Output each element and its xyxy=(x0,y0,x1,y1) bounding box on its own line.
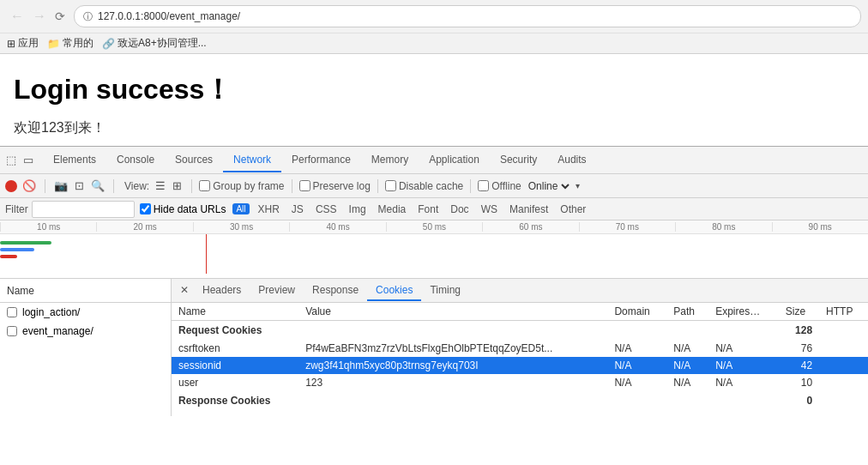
filter-other[interactable]: Other xyxy=(557,202,589,216)
tab-audits[interactable]: Audits xyxy=(547,148,596,172)
request-item-event[interactable]: event_manage/ xyxy=(0,322,171,341)
tick-30ms: 30 ms xyxy=(193,222,289,232)
cookie-size-user: 10 xyxy=(779,374,819,391)
group-by-frame-label[interactable]: Group by frame xyxy=(199,180,284,192)
list-view-button[interactable]: ☰ xyxy=(153,178,168,194)
cookie-path-user: N/A xyxy=(666,374,708,391)
bookmarks-bar: ⊞ 应用 📁 常用的 🔗 致远A8+协同管理... xyxy=(0,33,868,53)
request-cookies-section: Request Cookies 128 xyxy=(172,321,868,341)
timeline-bar-blue xyxy=(0,248,34,251)
bookmark-apps[interactable]: ⊞ 应用 xyxy=(7,36,39,51)
apps-icon: ⊞ xyxy=(7,38,15,50)
back-button[interactable]: ← xyxy=(7,7,27,26)
tab-console[interactable]: Console xyxy=(106,148,165,172)
details-tab-response[interactable]: Response xyxy=(304,281,367,301)
tab-performance[interactable]: Performance xyxy=(281,148,361,172)
page-content: Login success！ 欢迎123到来！ xyxy=(0,54,868,146)
network-toolbar: 🚫 📷 ⊡ 🔍 View: ☰ ⊞ Group by frame Preserv… xyxy=(0,174,868,198)
tick-80ms: 80 ms xyxy=(675,222,771,232)
cookie-path-csrftoken: N/A xyxy=(666,340,708,357)
hide-data-urls-checkbox[interactable] xyxy=(140,203,151,214)
response-cookies-total-size: 0 xyxy=(779,391,819,410)
tick-20ms: 20 ms xyxy=(96,222,192,232)
all-badge[interactable]: All xyxy=(232,203,249,214)
cookie-row-sessionid[interactable]: sessionid zwg3f41qhm5xyc80p3trnsg7eykq70… xyxy=(172,357,868,374)
address-bar[interactable]: ⓘ 127.0.0.1:8000/event_manage/ xyxy=(74,5,861,27)
tab-security[interactable]: Security xyxy=(490,148,547,172)
separator-1 xyxy=(45,179,45,193)
filter-media[interactable]: Media xyxy=(375,202,410,216)
record-button[interactable] xyxy=(5,180,17,192)
disable-cache-label[interactable]: Disable cache xyxy=(385,180,463,192)
cookie-expires-csrftoken: N/A xyxy=(708,340,779,357)
timeline-bar-red xyxy=(0,255,17,258)
section-label-response: Response Cookies xyxy=(172,391,298,410)
cookie-value-user: 123 xyxy=(298,374,607,391)
cookie-row-csrftoken[interactable]: csrftoken Pf4wEaBFN3mz7rzVbLtsFlxgEhOlbP… xyxy=(172,340,868,357)
hide-data-urls-label[interactable]: Hide data URLs xyxy=(140,203,226,215)
request-checkbox-login[interactable] xyxy=(7,307,17,317)
details-tab-cookies[interactable]: Cookies xyxy=(367,281,421,301)
filter-types: XHR JS CSS Img Media Font Doc WS Manifes… xyxy=(255,202,590,216)
details-tab-headers[interactable]: Headers xyxy=(194,281,250,301)
forward-button[interactable]: → xyxy=(29,7,50,26)
details-tab-timing[interactable]: Timing xyxy=(421,281,469,301)
device-icon[interactable]: ▭ xyxy=(21,151,36,169)
offline-checkbox[interactable] xyxy=(478,180,489,191)
tick-90ms: 90 ms xyxy=(772,222,868,232)
filter-css[interactable]: CSS xyxy=(312,202,341,216)
cookies-table: Name Value Domain Path Expires… Size HTT… xyxy=(172,303,868,410)
tab-network[interactable]: Network xyxy=(223,148,281,172)
timeline-chart xyxy=(0,234,868,274)
details-tabs: ✕ Headers Preview Response Cookies Timin… xyxy=(172,279,868,303)
filter-input[interactable] xyxy=(32,201,135,218)
disable-cache-checkbox[interactable] xyxy=(385,180,396,191)
request-name-event: event_manage/ xyxy=(22,325,93,337)
filter-js[interactable]: JS xyxy=(288,202,307,216)
grid-view-button[interactable]: ⊞ xyxy=(170,178,184,194)
details-tab-preview[interactable]: Preview xyxy=(250,281,304,301)
filter-button[interactable]: ⊡ xyxy=(73,178,86,194)
filter-font[interactable]: Font xyxy=(414,202,442,216)
filter-doc[interactable]: Doc xyxy=(447,202,472,216)
filter-manifest[interactable]: Manifest xyxy=(506,202,552,216)
group-by-frame-checkbox[interactable] xyxy=(199,180,210,191)
cookie-row-user[interactable]: user 123 N/A N/A N/A 10 xyxy=(172,374,868,391)
cookie-expires-user: N/A xyxy=(708,374,779,391)
browser-toolbar: ← → ⟳ ⓘ 127.0.0.1:8000/event_manage/ xyxy=(0,0,868,33)
bookmark-a8[interactable]: 🔗 致远A8+协同管理... xyxy=(102,36,207,51)
cookies-container: Name Value Domain Path Expires… Size HTT… xyxy=(172,303,868,410)
bookmark-common[interactable]: 📁 常用的 xyxy=(47,36,93,51)
cookie-name-csrftoken: csrftoken xyxy=(172,340,298,357)
timeline-vline xyxy=(206,234,207,274)
offline-label[interactable]: Offline xyxy=(478,180,521,192)
request-checkbox-event[interactable] xyxy=(7,326,17,336)
separator-6 xyxy=(470,179,471,193)
tab-memory[interactable]: Memory xyxy=(361,148,419,172)
preserve-log-label[interactable]: Preserve log xyxy=(299,180,371,192)
filter-xhr[interactable]: XHR xyxy=(255,202,283,216)
filter-ws[interactable]: WS xyxy=(478,202,501,216)
reload-button[interactable]: ⟳ xyxy=(51,8,69,25)
tick-50ms: 50 ms xyxy=(386,222,482,232)
request-name-login: login_action/ xyxy=(22,306,80,318)
inspect-icon[interactable]: ⬚ xyxy=(3,151,19,169)
search-button[interactable]: 🔍 xyxy=(89,178,106,194)
tab-sources[interactable]: Sources xyxy=(165,148,223,172)
request-item-login[interactable]: login_action/ xyxy=(0,303,171,322)
tab-application[interactable]: Application xyxy=(419,148,490,172)
clear-button[interactable]: 🚫 xyxy=(21,178,38,194)
tab-elements[interactable]: Elements xyxy=(43,148,106,172)
camera-button[interactable]: 📷 xyxy=(52,178,69,194)
section-label-request: Request Cookies xyxy=(172,321,298,341)
link-icon: 🔗 xyxy=(102,38,115,50)
timeline-bar-green xyxy=(0,241,51,245)
a8-label: 致远A8+协同管理... xyxy=(118,36,207,51)
filter-img[interactable]: Img xyxy=(346,202,370,216)
preserve-log-checkbox[interactable] xyxy=(299,180,310,191)
throttle-select[interactable]: Online xyxy=(525,179,572,193)
devtools-tabs: ⬚ ▭ Elements Console Sources Network Per… xyxy=(0,147,868,174)
close-details-button[interactable]: ✕ xyxy=(175,281,194,301)
preserve-log-text: Preserve log xyxy=(313,180,371,192)
response-cookies-section: Response Cookies 0 xyxy=(172,391,868,410)
